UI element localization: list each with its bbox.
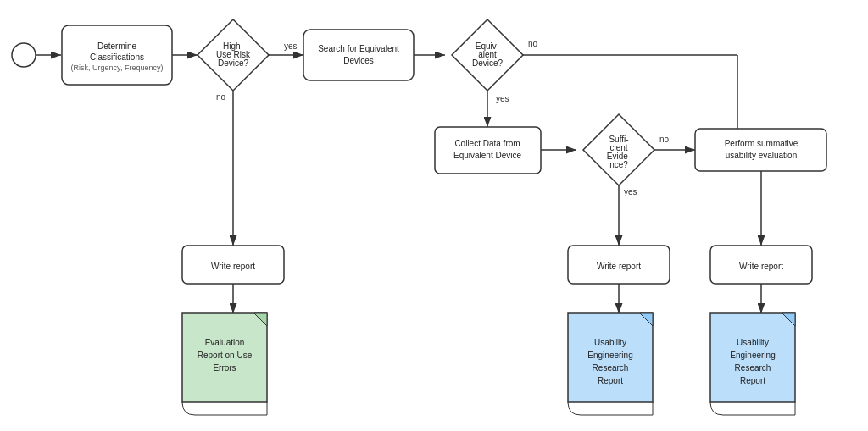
- yes3-label: yes: [624, 187, 637, 196]
- eval-label2: Report on Use: [198, 351, 253, 360]
- high-use-label3: Device?: [218, 58, 249, 68]
- summative-label1: Perform summative: [725, 139, 798, 148]
- ue1-label4: Report: [598, 376, 623, 385]
- equiv-label3: Device?: [472, 58, 504, 68]
- ue1-label1: Usability: [594, 338, 626, 347]
- ue2-label2: Engineering: [730, 351, 775, 360]
- write-report2-label: Write report: [597, 262, 641, 271]
- search-label2: Devices: [343, 56, 374, 65]
- eval-label3: Errors: [213, 363, 236, 373]
- search-label1: Search for Equivalent: [318, 44, 399, 53]
- ue-report2-curl: [710, 402, 795, 415]
- ue2-label1: Usability: [737, 338, 769, 347]
- suff-label4: nce?: [609, 160, 628, 169]
- yes2-label: yes: [496, 94, 509, 103]
- ue1-label2: Engineering: [587, 351, 632, 360]
- flowchart: Determine Classifications (Risk, Urgency…: [0, 0, 868, 431]
- eval-label1: Evaluation: [205, 338, 245, 347]
- collect-label2: Equivalent Device: [453, 151, 521, 160]
- write-report3-label: Write report: [739, 262, 783, 271]
- determine-label3: (Risk, Urgency, Frequency): [71, 64, 164, 72]
- no1-label: no: [216, 92, 226, 102]
- collect-label1: Collect Data from: [454, 139, 520, 148]
- start-circle: [12, 43, 36, 67]
- write-report1-label: Write report: [211, 262, 255, 271]
- ue-report1-curl: [568, 402, 653, 415]
- no3-label: no: [659, 135, 670, 144]
- ue2-label4: Report: [740, 376, 765, 385]
- ue2-label3: Research: [735, 363, 771, 373]
- determine-label1: Determine: [97, 41, 137, 51]
- ue1-label3: Research: [593, 363, 629, 373]
- no2-label: no: [528, 39, 538, 48]
- determine-label2: Classifications: [90, 52, 144, 62]
- summative-label2: usability evaluation: [726, 151, 798, 160]
- yes1-label: yes: [284, 41, 298, 51]
- eval-report-curl: [182, 402, 267, 415]
